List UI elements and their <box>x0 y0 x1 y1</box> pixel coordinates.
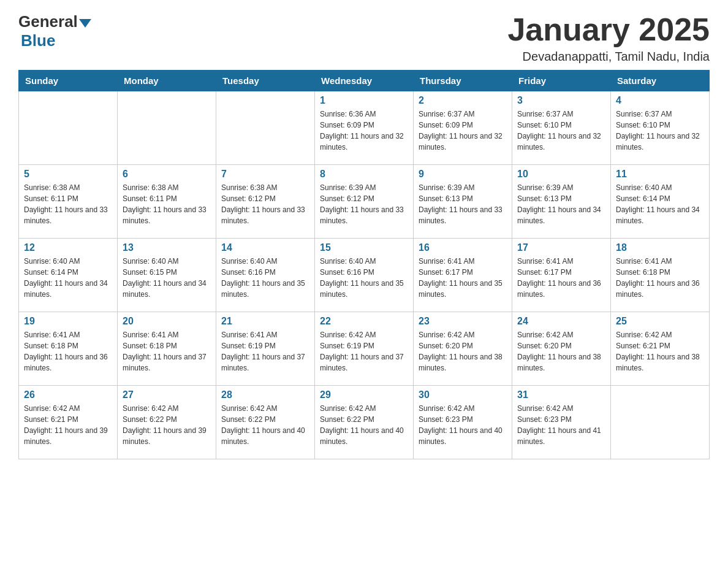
day-info: Sunrise: 6:42 AM Sunset: 6:21 PM Dayligh… <box>24 403 112 447</box>
calendar-cell: 24Sunrise: 6:42 AM Sunset: 6:20 PM Dayli… <box>512 312 611 386</box>
day-info: Sunrise: 6:40 AM Sunset: 6:14 PM Dayligh… <box>616 182 704 226</box>
day-number: 3 <box>517 95 605 106</box>
calendar-cell <box>611 386 710 459</box>
day-info: Sunrise: 6:41 AM Sunset: 6:17 PM Dayligh… <box>419 256 507 300</box>
day-info: Sunrise: 6:40 AM Sunset: 6:15 PM Dayligh… <box>123 256 211 300</box>
day-info: Sunrise: 6:36 AM Sunset: 6:09 PM Dayligh… <box>320 109 408 153</box>
calendar-cell: 14Sunrise: 6:40 AM Sunset: 6:16 PM Dayli… <box>216 239 315 312</box>
day-info: Sunrise: 6:42 AM Sunset: 6:19 PM Dayligh… <box>320 329 408 373</box>
calendar-cell: 17Sunrise: 6:41 AM Sunset: 6:17 PM Dayli… <box>512 239 611 312</box>
day-info: Sunrise: 6:41 AM Sunset: 6:18 PM Dayligh… <box>616 256 704 300</box>
day-number: 15 <box>320 242 408 253</box>
calendar-cell: 6Sunrise: 6:38 AM Sunset: 6:11 PM Daylig… <box>118 165 216 239</box>
calendar-week-row: 19Sunrise: 6:41 AM Sunset: 6:18 PM Dayli… <box>19 312 710 386</box>
calendar-cell: 4Sunrise: 6:37 AM Sunset: 6:10 PM Daylig… <box>611 91 710 165</box>
day-info: Sunrise: 6:42 AM Sunset: 6:23 PM Dayligh… <box>517 403 605 447</box>
calendar-week-row: 1Sunrise: 6:36 AM Sunset: 6:09 PM Daylig… <box>19 91 710 165</box>
day-number: 7 <box>221 169 309 180</box>
calendar-cell: 12Sunrise: 6:40 AM Sunset: 6:14 PM Dayli… <box>19 239 118 312</box>
day-number: 14 <box>221 242 309 253</box>
day-number: 5 <box>24 169 112 180</box>
calendar-cell: 7Sunrise: 6:38 AM Sunset: 6:12 PM Daylig… <box>216 165 315 239</box>
day-number: 20 <box>123 316 211 327</box>
logo: General Blue <box>18 12 91 50</box>
day-info: Sunrise: 6:38 AM Sunset: 6:11 PM Dayligh… <box>123 182 211 226</box>
calendar-header-row: SundayMondayTuesdayWednesdayThursdayFrid… <box>19 71 710 91</box>
calendar-cell <box>118 91 216 165</box>
day-number: 6 <box>123 169 211 180</box>
day-number: 19 <box>24 316 112 327</box>
col-header-friday: Friday <box>512 71 611 91</box>
day-info: Sunrise: 6:41 AM Sunset: 6:18 PM Dayligh… <box>123 329 211 373</box>
page-header: General Blue January 2025 Devadanappatti… <box>18 12 710 64</box>
day-info: Sunrise: 6:40 AM Sunset: 6:14 PM Dayligh… <box>24 256 112 300</box>
day-number: 29 <box>320 389 408 400</box>
calendar-cell: 29Sunrise: 6:42 AM Sunset: 6:22 PM Dayli… <box>315 386 414 459</box>
day-number: 9 <box>419 169 507 180</box>
day-info: Sunrise: 6:41 AM Sunset: 6:18 PM Dayligh… <box>24 329 112 373</box>
day-number: 17 <box>517 242 605 253</box>
calendar-cell: 5Sunrise: 6:38 AM Sunset: 6:11 PM Daylig… <box>19 165 118 239</box>
col-header-thursday: Thursday <box>414 71 512 91</box>
day-number: 21 <box>221 316 309 327</box>
calendar-cell: 1Sunrise: 6:36 AM Sunset: 6:09 PM Daylig… <box>315 91 414 165</box>
calendar-cell: 27Sunrise: 6:42 AM Sunset: 6:22 PM Dayli… <box>118 386 216 459</box>
calendar-cell: 21Sunrise: 6:41 AM Sunset: 6:19 PM Dayli… <box>216 312 315 386</box>
col-header-monday: Monday <box>118 71 216 91</box>
day-info: Sunrise: 6:40 AM Sunset: 6:16 PM Dayligh… <box>221 256 309 300</box>
calendar-cell: 22Sunrise: 6:42 AM Sunset: 6:19 PM Dayli… <box>315 312 414 386</box>
col-header-tuesday: Tuesday <box>216 71 315 91</box>
day-info: Sunrise: 6:42 AM Sunset: 6:20 PM Dayligh… <box>419 329 507 373</box>
day-info: Sunrise: 6:42 AM Sunset: 6:20 PM Dayligh… <box>517 329 605 373</box>
day-info: Sunrise: 6:37 AM Sunset: 6:10 PM Dayligh… <box>616 109 704 153</box>
calendar-cell: 25Sunrise: 6:42 AM Sunset: 6:21 PM Dayli… <box>611 312 710 386</box>
day-number: 22 <box>320 316 408 327</box>
day-number: 23 <box>419 316 507 327</box>
calendar-cell: 10Sunrise: 6:39 AM Sunset: 6:13 PM Dayli… <box>512 165 611 239</box>
col-header-wednesday: Wednesday <box>315 71 414 91</box>
calendar-cell: 18Sunrise: 6:41 AM Sunset: 6:18 PM Dayli… <box>611 239 710 312</box>
day-number: 18 <box>616 242 704 253</box>
day-number: 30 <box>419 389 507 400</box>
day-info: Sunrise: 6:41 AM Sunset: 6:19 PM Dayligh… <box>221 329 309 373</box>
day-info: Sunrise: 6:42 AM Sunset: 6:23 PM Dayligh… <box>419 403 507 447</box>
day-number: 11 <box>616 169 704 180</box>
calendar-cell: 16Sunrise: 6:41 AM Sunset: 6:17 PM Dayli… <box>414 239 512 312</box>
day-number: 24 <box>517 316 605 327</box>
day-info: Sunrise: 6:38 AM Sunset: 6:11 PM Dayligh… <box>24 182 112 226</box>
day-number: 4 <box>616 95 704 106</box>
day-number: 27 <box>123 389 211 400</box>
calendar-title: January 2025 <box>507 12 710 47</box>
day-info: Sunrise: 6:42 AM Sunset: 6:22 PM Dayligh… <box>221 403 309 447</box>
calendar-subtitle: Devadanappatti, Tamil Nadu, India <box>507 50 710 64</box>
calendar-cell: 19Sunrise: 6:41 AM Sunset: 6:18 PM Dayli… <box>19 312 118 386</box>
calendar-cell: 8Sunrise: 6:39 AM Sunset: 6:12 PM Daylig… <box>315 165 414 239</box>
day-number: 13 <box>123 242 211 253</box>
calendar-cell: 9Sunrise: 6:39 AM Sunset: 6:13 PM Daylig… <box>414 165 512 239</box>
day-number: 12 <box>24 242 112 253</box>
calendar-cell: 31Sunrise: 6:42 AM Sunset: 6:23 PM Dayli… <box>512 386 611 459</box>
col-header-sunday: Sunday <box>19 71 118 91</box>
day-number: 25 <box>616 316 704 327</box>
day-number: 31 <box>517 389 605 400</box>
calendar-table: SundayMondayTuesdayWednesdayThursdayFrid… <box>18 70 710 459</box>
day-info: Sunrise: 6:37 AM Sunset: 6:09 PM Dayligh… <box>419 109 507 153</box>
day-info: Sunrise: 6:38 AM Sunset: 6:12 PM Dayligh… <box>221 182 309 226</box>
day-info: Sunrise: 6:42 AM Sunset: 6:21 PM Dayligh… <box>616 329 704 373</box>
calendar-cell: 20Sunrise: 6:41 AM Sunset: 6:18 PM Dayli… <box>118 312 216 386</box>
calendar-cell: 3Sunrise: 6:37 AM Sunset: 6:10 PM Daylig… <box>512 91 611 165</box>
calendar-week-row: 26Sunrise: 6:42 AM Sunset: 6:21 PM Dayli… <box>19 386 710 459</box>
day-info: Sunrise: 6:39 AM Sunset: 6:13 PM Dayligh… <box>517 182 605 226</box>
calendar-cell: 11Sunrise: 6:40 AM Sunset: 6:14 PM Dayli… <box>611 165 710 239</box>
day-info: Sunrise: 6:40 AM Sunset: 6:16 PM Dayligh… <box>320 256 408 300</box>
calendar-cell: 15Sunrise: 6:40 AM Sunset: 6:16 PM Dayli… <box>315 239 414 312</box>
day-info: Sunrise: 6:39 AM Sunset: 6:12 PM Dayligh… <box>320 182 408 226</box>
day-info: Sunrise: 6:37 AM Sunset: 6:10 PM Dayligh… <box>517 109 605 153</box>
logo-blue-text: Blue <box>21 31 91 50</box>
col-header-saturday: Saturday <box>611 71 710 91</box>
calendar-cell: 23Sunrise: 6:42 AM Sunset: 6:20 PM Dayli… <box>414 312 512 386</box>
calendar-week-row: 5Sunrise: 6:38 AM Sunset: 6:11 PM Daylig… <box>19 165 710 239</box>
day-info: Sunrise: 6:42 AM Sunset: 6:22 PM Dayligh… <box>320 403 408 447</box>
day-number: 8 <box>320 169 408 180</box>
day-number: 26 <box>24 389 112 400</box>
